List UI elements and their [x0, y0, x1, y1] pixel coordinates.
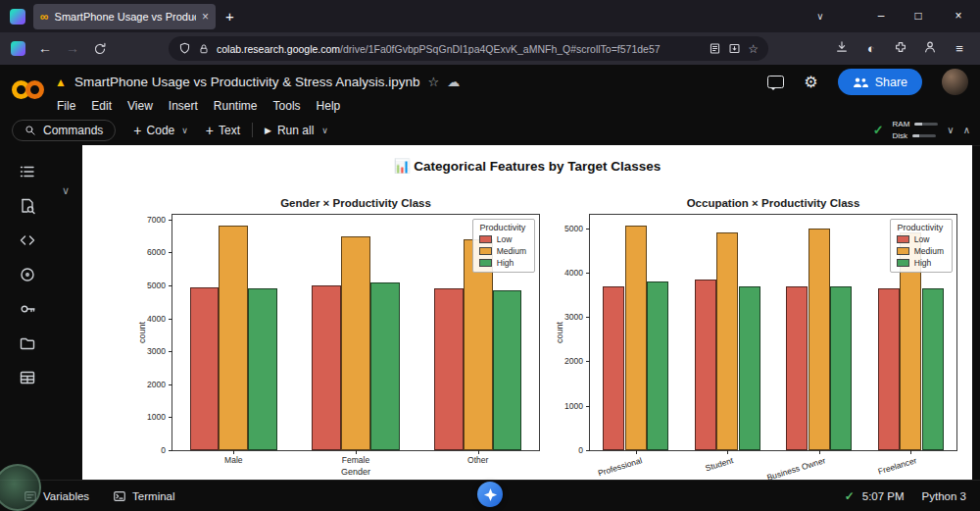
toolbar-divider	[252, 123, 253, 137]
people-icon	[853, 77, 868, 88]
table-icon	[19, 369, 36, 386]
notebook-toolbar: Commands + Code ∨ + Text ▶ Run all ∨ ✓ R…	[0, 115, 980, 146]
y-tick-mark	[169, 384, 172, 385]
menu-help[interactable]: Help	[317, 99, 341, 113]
window-controls: ∨ – □ ×	[802, 0, 980, 32]
back-button[interactable]: ←	[31, 32, 59, 65]
close-button[interactable]: ×	[937, 0, 980, 32]
add-code-label: Code	[147, 124, 175, 137]
downloads-button[interactable]	[829, 40, 855, 57]
y-tick-label: 5000	[147, 281, 166, 290]
commands-button[interactable]: Commands	[12, 120, 116, 141]
legend-entry-high: High	[479, 258, 526, 268]
comment-icon[interactable]	[767, 76, 784, 88]
add-text-button[interactable]: + Text	[206, 124, 240, 137]
x-tick-mark	[910, 450, 911, 454]
minimize-button[interactable]: –	[862, 0, 900, 32]
url-bar[interactable]: colab.research.google.com/drive/1Fa0fGvb…	[169, 36, 768, 61]
chart-title: Gender × Productivity Class	[172, 197, 539, 209]
colab-logo[interactable]	[0, 65, 55, 115]
legend-entry-low: Low	[897, 234, 944, 244]
reader-view-icon[interactable]	[709, 42, 721, 55]
sidebar-item-data-table[interactable]	[18, 368, 37, 387]
execution-check-icon: ✓	[845, 489, 855, 503]
add-code-button[interactable]: + Code ∨	[133, 124, 187, 137]
new-tab-button[interactable]: +	[225, 8, 234, 25]
menubar: File Edit View Insert Runtime Tools Help	[55, 96, 980, 115]
menu-file[interactable]: File	[57, 99, 75, 113]
sidebar-item-files[interactable]	[18, 333, 37, 353]
y-tick-mark	[169, 319, 172, 320]
tab-close-icon[interactable]: ×	[202, 10, 209, 24]
resources-chevron-icon[interactable]: ∨	[947, 125, 954, 135]
url-domain: colab.research.google.com	[217, 43, 340, 55]
legend: ProductivityLowMediumHigh	[472, 219, 535, 273]
legend-label: Medium	[497, 246, 526, 256]
x-tick-mark	[819, 450, 820, 454]
reload-button[interactable]	[86, 32, 114, 65]
menu-edit[interactable]: Edit	[91, 99, 112, 113]
menu-runtime[interactable]: Runtime	[214, 99, 258, 113]
toc-icon	[19, 163, 36, 180]
menu-insert[interactable]: Insert	[169, 99, 198, 113]
kernel-name[interactable]: Python 3	[922, 490, 966, 502]
legend-swatch	[897, 235, 909, 243]
bar-female-high	[370, 282, 400, 450]
run-all-chevron-icon: ∨	[321, 126, 328, 135]
terminal-button[interactable]: Terminal	[113, 489, 174, 503]
code-icon	[19, 231, 36, 249]
share-button[interactable]: Share	[838, 69, 922, 95]
maximize-button[interactable]: □	[900, 0, 937, 32]
menu-button[interactable]: ≡	[947, 41, 972, 56]
key-icon	[19, 300, 36, 318]
star-notebook-icon[interactable]: ☆	[428, 76, 440, 88]
sidebar-item-code-snippets[interactable]	[18, 230, 37, 250]
dark-mode-toggle-icon[interactable]: ◐	[858, 41, 884, 56]
resource-gauges[interactable]: RAM Disk	[893, 120, 939, 140]
settings-gear-icon[interactable]: ⚙	[804, 75, 817, 90]
share-label: Share	[875, 76, 907, 89]
last-execution-time: 5:07 PM	[862, 490, 905, 502]
url-path: /drive/1Fa0fGvbpPSqGnDI1pa4QExvK_aMNFh_Q…	[340, 43, 661, 55]
y-tick-label: 6000	[147, 247, 166, 257]
y-tick-label: 2000	[147, 380, 166, 389]
shield-icon	[178, 42, 191, 55]
forward-button[interactable]: →	[59, 32, 86, 65]
menu-tools[interactable]: Tools	[273, 99, 301, 113]
sidebar-item-scratchpad[interactable]	[18, 265, 37, 284]
browser-tab[interactable]: ∞ SmartPhone Usage vs Productiv... ×	[33, 4, 216, 29]
plus-icon: +	[133, 124, 141, 137]
menu-view[interactable]: View	[127, 99, 153, 113]
sidebar-item-secrets[interactable]	[18, 299, 37, 319]
extensions-button[interactable]	[888, 40, 913, 57]
run-all-button[interactable]: ▶ Run all ∨	[265, 124, 328, 137]
collapse-header-icon[interactable]: ∧	[963, 125, 970, 135]
y-tick-label: 0	[578, 445, 583, 455]
y-tick-label: 7000	[147, 215, 166, 225]
x-tick-label: Female	[342, 455, 369, 465]
bar-female-medium	[341, 236, 370, 451]
sidebar-item-toc[interactable]	[18, 162, 37, 181]
download-icon	[835, 40, 849, 54]
play-icon: ▶	[265, 126, 271, 135]
y-tick-mark	[169, 252, 172, 253]
x-tick-label: Male	[224, 455, 242, 465]
gemini-spark-button[interactable]	[477, 482, 503, 507]
profile-button[interactable]	[917, 40, 943, 57]
notebook-title[interactable]: SmartPhone Usage vs Productivity & Stres…	[74, 75, 420, 89]
colab-favicon-icon: ∞	[40, 11, 49, 23]
sidebar-item-find-replace[interactable]	[18, 196, 37, 216]
save-status-cloud-icon[interactable]: ☁	[447, 76, 460, 88]
y-tick-label: 4000	[564, 268, 583, 278]
save-page-icon[interactable]	[728, 42, 741, 55]
cell-collapse-chevron-icon[interactable]: ∨	[62, 184, 70, 197]
navbar-actions: ◐ ≡	[829, 40, 972, 57]
legend-title: Productivity	[479, 223, 526, 232]
chart-axes-0: Gender × Productivity Class0100020003000…	[172, 214, 540, 451]
colab-header: ▲ SmartPhone Usage vs Productivity & Str…	[0, 65, 980, 115]
avatar[interactable]	[942, 69, 968, 95]
runtime-connected-check-icon: ✓	[873, 123, 884, 137]
bookmark-star-icon[interactable]: ☆	[748, 43, 759, 55]
y-tick-label: 3000	[564, 312, 583, 322]
tab-list-chevron-icon[interactable]: ∨	[802, 0, 839, 32]
